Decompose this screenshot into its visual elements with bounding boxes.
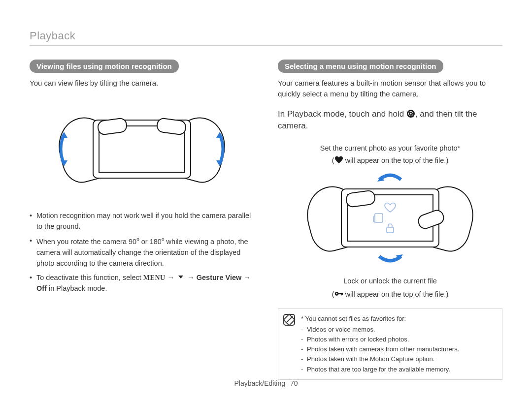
page-footer: Playback/Editing 70	[0, 379, 532, 387]
left-column: Viewing files using motion recognition Y…	[30, 60, 254, 380]
bullet-item: To deactivate this function, select MENU…	[30, 273, 254, 294]
bullet-item: When you rotate the camera 90o or 180o w…	[30, 236, 254, 269]
left-heading: Viewing files using motion recognition	[30, 60, 179, 73]
page-section-header: Playback	[30, 30, 502, 46]
svg-rect-7	[338, 293, 342, 294]
motion-arrow-right-icon	[212, 132, 227, 166]
left-bullet-list: Motion recognition may not work well if …	[30, 211, 254, 294]
note-item: Photos taken with cameras from other man…	[301, 344, 495, 354]
favorite-caption-line1: Set the current photo as your favorite p…	[278, 143, 502, 154]
motion-arrow-down-icon	[375, 253, 405, 267]
note-item: Videos or voice memos.	[301, 325, 495, 335]
footer-section: Playback/Editing	[234, 379, 286, 387]
note-lead: * You cannot set files as favorites for:	[301, 314, 495, 324]
svg-rect-4	[387, 227, 394, 233]
svg-rect-3	[375, 214, 383, 222]
note-box: * You cannot set files as favorites for:…	[278, 308, 502, 380]
note-item: Photos that are too large for the availa…	[301, 365, 495, 374]
right-intro: Your camera features a built-in motion s…	[278, 78, 502, 99]
note-item: Photos taken with the Motion Capture opt…	[301, 354, 495, 364]
right-column: Selecting a menu using motion recognitio…	[278, 60, 502, 380]
tilt-camera-figure-left	[30, 97, 254, 201]
two-column-layout: Viewing files using motion recognition Y…	[30, 60, 502, 380]
screen-lock-icon	[384, 223, 397, 234]
note-list: Videos or voice memos. Photos with error…	[301, 325, 495, 374]
svg-point-2	[410, 113, 411, 114]
svg-rect-8	[341, 293, 342, 296]
svg-point-6	[336, 293, 337, 294]
menu-label: MENU	[143, 274, 166, 281]
page-number: 70	[290, 379, 298, 387]
lock-caption-line2: ( will appear on the top of the file.)	[278, 289, 502, 300]
heart-icon	[334, 155, 343, 164]
lock-caption-line1: Lock or unlock the current file	[278, 276, 502, 286]
lock-key-icon	[334, 289, 343, 298]
motion-arrow-up-icon	[375, 169, 405, 183]
favorite-caption-line2: ( will appear on the top of the file.)	[278, 155, 502, 166]
screen-sdcard-icon	[372, 213, 385, 223]
left-intro: You can view files by tilting the camera…	[30, 78, 254, 89]
right-heading: Selecting a menu using motion recognitio…	[278, 60, 443, 73]
touch-target-icon	[406, 109, 415, 118]
screen-heart-icon	[384, 202, 397, 213]
motion-arrow-left-icon	[57, 132, 71, 166]
right-instruction: In Playback mode, touch and hold , and t…	[278, 108, 502, 132]
bullet-item: Motion recognition may not work well if …	[30, 211, 254, 232]
note-icon	[283, 314, 295, 326]
note-item: Photos with errors or locked photos.	[301, 335, 495, 344]
tilt-camera-figure-right	[278, 170, 502, 266]
down-arrow-icon	[176, 273, 185, 281]
